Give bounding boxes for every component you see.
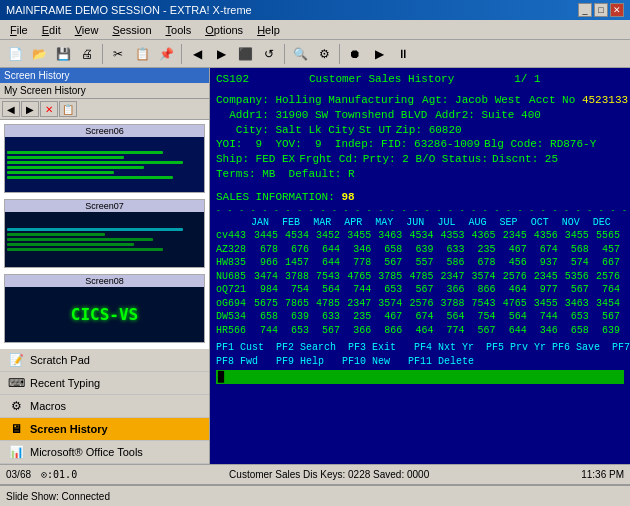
- status-clock: ⊙:01.0: [41, 469, 77, 480]
- screen-thumbnails[interactable]: Screen06 Screen07: [0, 120, 209, 349]
- cell-8: 4765: [500, 297, 531, 311]
- cell-4: 467: [375, 310, 406, 324]
- status-desc: Customer Sales Dis Keys: 0228 Saved: 000…: [87, 469, 571, 480]
- cell-0: 3445: [251, 229, 282, 243]
- menu-options[interactable]: Options: [199, 23, 249, 37]
- back-btn[interactable]: ◀: [186, 43, 208, 65]
- cell-5: 639: [406, 243, 437, 257]
- nav-scratch-pad[interactable]: 📝 Scratch Pad: [0, 349, 209, 372]
- thumbnail-screen07-preview: [5, 212, 204, 267]
- stop-btn[interactable]: ⬛: [234, 43, 256, 65]
- cell-7: 866: [469, 283, 500, 297]
- cell-6: 774: [437, 324, 468, 338]
- print-btn[interactable]: 🖨: [76, 43, 98, 65]
- nav-office-tools[interactable]: 📊 Microsoft® Office Tools: [0, 441, 209, 464]
- sep3: [284, 44, 285, 64]
- cell-11: 457: [593, 243, 624, 257]
- menu-tools[interactable]: Tools: [160, 23, 198, 37]
- thumbnail-screen08-label: Screen08: [5, 275, 204, 287]
- office-tools-icon: 📊: [8, 445, 24, 459]
- sidebar-title: Screen History: [4, 70, 70, 81]
- cell-5: 464: [406, 324, 437, 338]
- terminal-area[interactable]: CS102 Customer Sales History 1/ 1 Compan…: [210, 68, 630, 464]
- thumbnail-screen07[interactable]: Screen07: [4, 199, 205, 268]
- thumbnail-screen08-preview: CICS-VS: [5, 287, 204, 342]
- cell-2: 564: [313, 283, 344, 297]
- sh-btn-2[interactable]: ▶: [21, 101, 39, 117]
- minimize-button[interactable]: _: [578, 3, 592, 17]
- prty-label: Prty: 2 B/O Status:: [363, 152, 488, 167]
- terminal[interactable]: CS102 Customer Sales History 1/ 1 Compan…: [210, 68, 630, 464]
- cell-10: 653: [562, 310, 593, 324]
- menu-bar: File Edit View Session Tools Options Hel…: [0, 20, 630, 40]
- save-btn[interactable]: 💾: [52, 43, 74, 65]
- cell-10: 3463: [562, 297, 593, 311]
- sh-btn-delete[interactable]: ✕: [40, 101, 58, 117]
- thumbnail-screen08[interactable]: Screen08 CICS-VS: [4, 274, 205, 343]
- cell-2: 644: [313, 256, 344, 270]
- addr1-label: Addr1: 31900 SW Townshend BLVD: [216, 108, 427, 123]
- refresh-btn[interactable]: ↺: [258, 43, 280, 65]
- copy-btn[interactable]: 📋: [131, 43, 153, 65]
- nav-macros[interactable]: ⚙ Macros: [0, 395, 209, 418]
- cell-9: 4356: [531, 229, 562, 243]
- recent-typing-icon: ⌨: [8, 376, 24, 390]
- settings-btn[interactable]: ⚙: [313, 43, 335, 65]
- cell-5: 567: [406, 283, 437, 297]
- menu-session[interactable]: Session: [106, 23, 157, 37]
- cell-1: 676: [282, 243, 313, 257]
- cell-6: 366: [437, 283, 468, 297]
- cell-1: 653: [282, 324, 313, 338]
- cell-4: 653: [375, 283, 406, 297]
- cursor-line[interactable]: █: [218, 370, 224, 384]
- cell-2: 644: [313, 243, 344, 257]
- col-sep: SEP: [500, 216, 531, 230]
- divider: - - - - - - - - - - - - - - - - - - - - …: [216, 205, 630, 216]
- pause-btn[interactable]: ⏸: [392, 43, 414, 65]
- terms-label: Terms: MB Default: R: [216, 167, 355, 182]
- cell-2: 4785: [313, 297, 344, 311]
- nav-recent-typing[interactable]: ⌨ Recent Typing: [0, 372, 209, 395]
- thumbnail-screen06[interactable]: Screen06: [4, 124, 205, 193]
- nav-macros-label: Macros: [30, 400, 66, 412]
- cell-2: 3452: [313, 229, 344, 243]
- nav-screen-history-label: Screen History: [30, 423, 108, 435]
- menu-file[interactable]: File: [4, 23, 34, 37]
- sep4: [339, 44, 340, 64]
- close-button[interactable]: ✕: [610, 3, 624, 17]
- forward-btn[interactable]: ▶: [210, 43, 232, 65]
- new-btn[interactable]: 📄: [4, 43, 26, 65]
- col-feb: FEB: [282, 216, 313, 230]
- menu-view[interactable]: View: [69, 23, 105, 37]
- my-screen-history-label: My Screen History: [0, 83, 209, 99]
- cell-9: 674: [531, 243, 562, 257]
- status-time: 11:36 PM: [581, 469, 624, 480]
- agt-label: Agt: Jacob West: [422, 93, 521, 108]
- sh-btn-1[interactable]: ◀: [2, 101, 20, 117]
- cell-3: 346: [344, 243, 375, 257]
- cut-btn[interactable]: ✂: [107, 43, 129, 65]
- zip-label: Zip: 60820: [396, 123, 462, 138]
- col-mar: MAR: [313, 216, 344, 230]
- nav-screen-history[interactable]: 🖥 Screen History: [0, 418, 209, 441]
- cell-6: 564: [437, 310, 468, 324]
- record-btn[interactable]: ⏺: [344, 43, 366, 65]
- sh-btn-3[interactable]: 📋: [59, 101, 77, 117]
- menu-help[interactable]: Help: [251, 23, 286, 37]
- open-btn[interactable]: 📂: [28, 43, 50, 65]
- blg-label: Blg Code: RD876-Y: [484, 137, 596, 152]
- table-rows: cv44334454534345234553463453443534365234…: [216, 229, 624, 337]
- zoom-in-btn[interactable]: 🔍: [289, 43, 311, 65]
- cell-10: 568: [562, 243, 593, 257]
- cell-6: 633: [437, 243, 468, 257]
- maximize-button[interactable]: □: [594, 3, 608, 17]
- paste-btn[interactable]: 📌: [155, 43, 177, 65]
- menu-edit[interactable]: Edit: [36, 23, 67, 37]
- cell-3: 744: [344, 283, 375, 297]
- col-oct: OCT: [531, 216, 562, 230]
- cell-2: 7543: [313, 270, 344, 284]
- cell-1: 639: [282, 310, 313, 324]
- play-btn[interactable]: ▶: [368, 43, 390, 65]
- row-id: NU685: [216, 270, 251, 284]
- city-label: City: Salt Lk City: [216, 123, 355, 138]
